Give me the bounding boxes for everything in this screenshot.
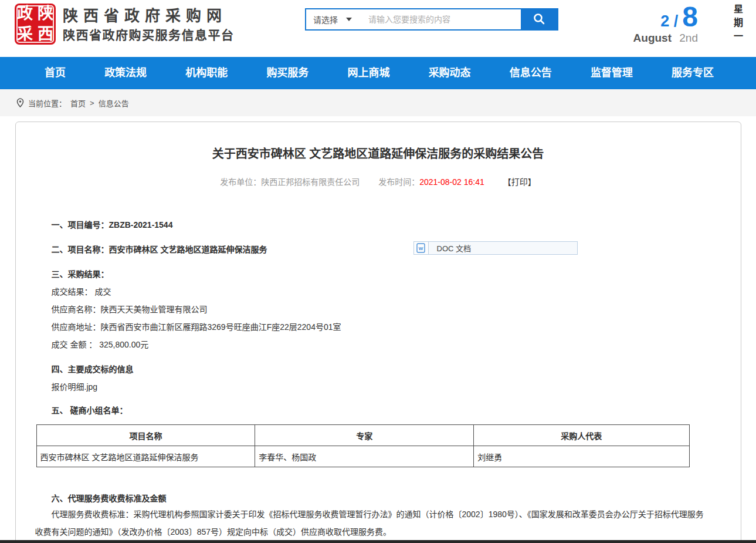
col-purchaser-rep: 采购人代表 xyxy=(474,425,689,446)
supplier-address-line: 供应商地址：陕西省西安市曲江新区雁翔路3269号旺座曲江F座22层2204号01… xyxy=(35,323,708,332)
location-pin-icon xyxy=(16,98,24,107)
chevron-down-icon xyxy=(346,18,352,21)
logo-char: 西 xyxy=(35,24,56,45)
committee-table: 项目名称 专家 采购人代表 西安市碑林区 文艺路地区道路延伸保洁服务 李春华、杨… xyxy=(36,424,690,467)
section-2-heading: 二、项目名称：西安市碑林区 文艺路地区道路延伸保洁服务 xyxy=(35,245,708,254)
main-nav: 首页 政策法规 机构职能 购买服务 网上商城 采购动态 信息公告 监督管理 服务… xyxy=(0,57,756,89)
breadcrumb-home-link[interactable]: 首页 xyxy=(70,97,86,109)
nav-item-home[interactable]: 首页 xyxy=(45,57,66,89)
cell-experts: 李春华、杨国政 xyxy=(255,446,474,467)
logo-char: 陕 xyxy=(35,4,56,24)
date-month-name: August xyxy=(633,32,672,44)
nav-item-functions[interactable]: 机构职能 xyxy=(185,57,228,89)
supplier-name-line: 供应商名称：陕西天天美物业管理有限公司 xyxy=(35,305,708,314)
section-3-heading: 三、采购结果： xyxy=(35,270,708,279)
nav-item-online-mall[interactable]: 网上商城 xyxy=(348,57,390,89)
search-select-label: 请选择 xyxy=(313,14,338,25)
section-6-heading: 六、代理服务费收费标准及金额 xyxy=(35,494,708,503)
brand-block: 陕西省政府采购网 陕西省政府购买服务信息平台 xyxy=(63,6,235,44)
section-1-heading: 一、项目编号：ZBZB-2021-1544 xyxy=(35,221,708,230)
table-row: 西安市碑林区 文艺路地区道路延伸保洁服务 李春华、杨国政 刘继勇 xyxy=(36,446,689,467)
date-widget: 2 / 8 August 2nd xyxy=(633,4,698,45)
search-icon xyxy=(533,12,545,27)
site-logo: 政 陕 采 西 xyxy=(15,4,56,45)
article-title: 关于西安市碑林区 文艺路地区道路延伸保洁服务的采购结果公告 xyxy=(16,144,741,161)
breadcrumb-current[interactable]: 信息公告 xyxy=(99,97,129,109)
article-meta: 发布单位：陕西正邦招标有限责任公司 发布时间：2021-08-02 16:41 … xyxy=(16,176,741,187)
search-input[interactable] xyxy=(362,9,521,29)
publish-time-label: 发布时间： xyxy=(378,177,419,187)
publish-time-value: 2021-08-02 16:41 xyxy=(419,177,484,187)
breadcrumb-separator: > xyxy=(90,99,94,107)
section-4-heading: 四、主要成交标的信息 xyxy=(35,365,708,374)
bottom-dark-bar xyxy=(0,540,756,543)
cell-project-name: 西安市碑林区 文艺路地区道路延伸保洁服务 xyxy=(36,446,255,467)
word-doc-icon: W xyxy=(414,242,429,254)
breadcrumb-prefix: 当前位置： xyxy=(28,97,66,109)
date-words: August 2nd xyxy=(633,32,698,45)
nav-item-procurement-news[interactable]: 采购动态 xyxy=(429,57,471,89)
date-numeric: 2 / 8 xyxy=(633,4,698,31)
search-category-select[interactable]: 请选择 xyxy=(306,9,362,29)
col-project-name: 项目名称 xyxy=(36,425,255,446)
doc-download-button[interactable]: W DOC 文档 xyxy=(413,241,578,255)
breadcrumb: 当前位置： 首页 > 信息公告 xyxy=(0,89,756,116)
search-button[interactable] xyxy=(521,9,557,29)
doc-download-label: DOC 文档 xyxy=(429,242,472,254)
col-experts: 专家 xyxy=(255,425,474,446)
quotation-attachment: 报价明细.jpg xyxy=(35,383,708,392)
deal-amount-line: 成交 金额 ： 325,800.00元 xyxy=(35,340,708,349)
deal-result-line: 成交结果： 成交 xyxy=(35,288,708,296)
svg-text:W: W xyxy=(419,246,423,251)
logo-char: 政 xyxy=(15,4,35,24)
section-5-heading: 五、 磋商小组名单： xyxy=(35,406,708,415)
nav-item-supervision[interactable]: 监督管理 xyxy=(591,57,633,89)
site-header: 政 陕 采 西 陕西省政府采购网 陕西省政府购买服务信息平台 请选择 2 / 8 xyxy=(0,0,756,57)
nav-item-info-notice[interactable]: 信息公告 xyxy=(510,57,552,89)
search-bar: 请选择 xyxy=(305,8,558,31)
site-title: 陕西省政府采购网 xyxy=(63,6,235,26)
logo-char: 采 xyxy=(15,24,35,45)
nav-item-policy[interactable]: 政策法规 xyxy=(104,57,147,89)
nav-item-purchase-service[interactable]: 购买服务 xyxy=(266,57,308,89)
table-header-row: 项目名称 专家 采购人代表 xyxy=(36,425,689,446)
print-button[interactable]: 【打印】 xyxy=(503,177,536,187)
nav-item-service-zone[interactable]: 服务专区 xyxy=(672,57,714,89)
date-weekday: 星期一 xyxy=(733,4,742,45)
site-subtitle: 陕西省政府购买服务信息平台 xyxy=(63,26,235,45)
date-month-part: 2 / xyxy=(660,12,678,31)
article-body: 一、项目编号：ZBZB-2021-1544 二、项目名称：西安市碑林区 文艺路地… xyxy=(16,221,741,543)
cell-purchaser-rep: 刘继勇 xyxy=(474,446,689,467)
date-day-part: 8 xyxy=(682,4,698,31)
publisher-value: 陕西正邦招标有限责任公司 xyxy=(261,177,360,187)
publisher-label: 发布单位： xyxy=(220,177,261,187)
article-card: 关于西安市碑林区 文艺路地区道路延伸保洁服务的采购结果公告 发布单位：陕西正邦招… xyxy=(15,122,741,543)
date-day-ordinal: 2nd xyxy=(679,32,698,44)
agency-fee-standard-paragraph: 代理服务费收费标准：采购代理机构参照国家计委关于印发《招标代理服务收费管理暂行办… xyxy=(35,505,708,541)
